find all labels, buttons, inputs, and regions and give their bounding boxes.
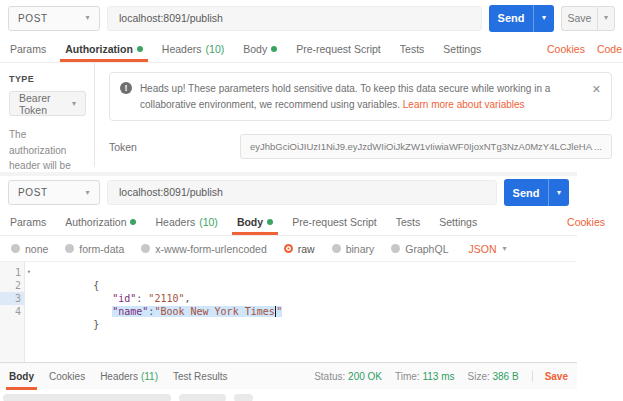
request-panel-authorization: POST ▾ localhost:8091/publish Send ▾ Sav… [0,0,623,168]
save-button[interactable]: Save [561,6,597,31]
tab-settings[interactable]: Settings [439,209,477,235]
token-row: Token eyJhbGciOiJIUzI1NiJ9.eyJzdWIiOiJkZ… [109,134,612,159]
radio-icon [65,244,74,253]
tab-tests[interactable]: Tests [400,36,425,62]
send-options-button[interactable]: ▾ [533,5,554,32]
tab-body[interactable]: Body [237,209,273,235]
send-button[interactable]: Send [504,179,548,206]
url-input[interactable]: localhost:8091/publish [107,6,482,31]
line-number: 2 [0,279,24,292]
token-input[interactable]: eyJhbGciOiJIUzI1NiJ9.eyJzdWIiOiJkZW1vIiw… [240,134,612,159]
close-icon[interactable]: ✕ [592,81,601,98]
method-select[interactable]: POST ▾ [8,6,100,31]
headers-count: (11) [141,371,158,382]
method-label: POST [18,187,48,198]
code-line: { [25,266,577,279]
tab-params[interactable]: Params [10,36,46,62]
headers-count: (10) [199,216,218,228]
skeleton-bar [179,394,226,401]
editor-gutter: 1▾ 2 3 4 [0,262,25,362]
sensitive-data-warning: ! Heads up! These parameters hold sensit… [109,72,612,121]
line-number: 4 [0,305,24,318]
response-bar: Body Cookies Headers (11) Test Results S… [0,362,577,389]
url-bar: POST ▾ localhost:8091/publish Send ▾ [0,176,577,209]
url-input[interactable]: localhost:8091/publish [107,180,497,205]
send-options-button[interactable]: ▾ [548,179,569,206]
cookies-link[interactable]: Cookies [567,216,605,228]
auth-type-label: TYPE [9,74,86,84]
tab-label: Headers [162,43,202,55]
tab-tests[interactable]: Tests [396,209,421,235]
chevron-down-icon: ▾ [604,14,608,22]
tab-label: Authorization [65,216,126,228]
tab-label: Body [243,43,267,55]
tab-body[interactable]: Body [243,36,277,62]
radio-selected-icon [284,244,293,253]
body-type-none[interactable]: none [11,243,48,255]
response-tab-body[interactable]: Body [9,363,34,390]
code-link[interactable]: Code [597,43,622,55]
body-type-form-data[interactable]: form-data [65,243,124,255]
cropped-ui-fragment [3,394,253,401]
tab-headers[interactable]: Headers (10) [155,209,217,235]
chevron-down-icon: ▾ [557,189,561,197]
response-time: Time: 113 ms [395,371,454,382]
radio-label: none [25,243,48,255]
body-editor[interactable]: 1▾ 2 3 4 { "id": "2110", "name":"Book Ne… [0,262,577,362]
request-panel-body: POST ▾ localhost:8091/publish Send ▾ Par… [0,172,577,392]
response-status: Status: 200 OK [314,371,382,382]
auth-type-select[interactable]: Bearer Token ▾ [9,91,86,116]
response-tab-cookies[interactable]: Cookies [49,363,85,390]
code-line: "id": "2110", [25,279,577,292]
green-dot-icon [137,46,143,52]
tab-headers[interactable]: Headers (10) [162,36,224,62]
tab-settings[interactable]: Settings [443,36,481,62]
green-dot-icon [267,219,273,225]
fold-caret-icon[interactable]: ▾ [27,266,31,279]
tab-label: Authorization [65,43,133,55]
green-dot-icon [130,219,136,225]
radio-icon [332,244,341,253]
tab-pre-request-script[interactable]: Pre-request Script [296,36,381,62]
send-button[interactable]: Send [489,5,533,32]
chevron-down-icon: ▾ [85,14,90,22]
save-options-button[interactable]: ▾ [597,6,615,31]
token-label: Token [109,141,240,153]
authorization-content: TYPE Bearer Token ▾ The authorization he… [0,63,623,167]
radio-icon [141,244,150,253]
tab-label: Headers [100,371,138,382]
auth-type-column: TYPE Bearer Token ▾ The authorization he… [0,63,95,167]
auth-detail-column: ! Heads up! These parameters hold sensit… [95,63,623,167]
format-select[interactable]: JSON ▾ [468,243,506,255]
body-type-raw[interactable]: raw [284,243,315,255]
body-type-graphql[interactable]: GraphQL [391,243,448,255]
body-type-selector: none form-data x-www-form-urlencoded raw… [0,236,577,262]
chevron-down-icon: ▾ [72,100,76,108]
chevron-down-icon: ▾ [85,189,90,197]
radio-icon [391,244,400,253]
response-tab-headers[interactable]: Headers (11) [100,363,158,390]
body-type-binary[interactable]: binary [332,243,375,255]
format-label: JSON [468,243,496,255]
tab-params[interactable]: Params [10,209,46,235]
response-tab-test-results[interactable]: Test Results [173,363,227,390]
save-response-link[interactable]: Save [532,371,568,382]
cookies-link[interactable]: Cookies [547,43,585,55]
editor-code[interactable]: { "id": "2110", "name":"Book New York Ti… [25,262,577,362]
radio-label: GraphQL [405,243,448,255]
learn-more-variables-link[interactable]: Learn more about variables [403,99,525,110]
skeleton-bar [3,394,171,401]
line-number: 3 [0,292,24,305]
method-label: POST [18,13,48,24]
response-size: Size: 386 B [467,371,518,382]
tab-pre-request-script[interactable]: Pre-request Script [292,209,377,235]
tab-authorization[interactable]: Authorization [65,36,143,62]
warning-text: Heads up! These parameters hold sensitiv… [140,81,580,112]
info-icon: ! [120,82,132,94]
tab-authorization[interactable]: Authorization [65,209,136,235]
radio-label: form-data [79,243,124,255]
body-type-x-www-form-urlencoded[interactable]: x-www-form-urlencoded [141,243,266,255]
method-select[interactable]: POST ▾ [8,180,100,205]
headers-count: (10) [206,43,225,55]
chevron-down-icon: ▾ [503,245,507,253]
